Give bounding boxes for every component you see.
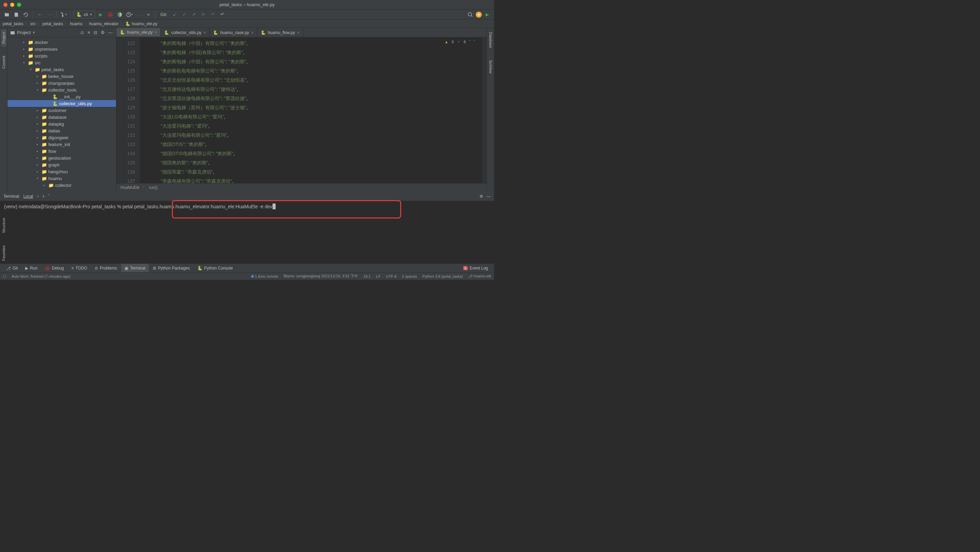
vcs-update-icon[interactable]: ↙	[171, 11, 179, 19]
git-blame-status[interactable]: Blame: songjiangjiang 2021/11/19, 3:32 下…	[284, 274, 358, 279]
tree-arrow-icon[interactable]: ▸	[43, 183, 47, 187]
event-log-button[interactable]: 5Event Log	[460, 264, 492, 272]
tree-arrow-icon[interactable]: ▸	[23, 54, 27, 57]
breadcrumb-item[interactable]: petal_tasks	[43, 21, 63, 26]
tree-item-feature_init[interactable]: ▸📁feature_init	[8, 141, 116, 148]
tree-arrow-icon[interactable]: ▾	[30, 68, 33, 71]
tool-window-button-python-packages[interactable]: ⊞Python Packages	[150, 264, 193, 272]
vcs-undo-icon[interactable]: ↶	[218, 11, 227, 19]
close-tab-icon[interactable]: ×	[204, 30, 206, 35]
run-configuration-selector[interactable]: 🐍 cli ▾	[73, 11, 95, 19]
reload-icon[interactable]	[22, 11, 30, 19]
tool-window-button-run[interactable]: ▶Run	[22, 264, 41, 272]
tree-arrow-icon[interactable]: ▸	[37, 122, 40, 126]
close-tab-icon[interactable]: ×	[251, 30, 253, 35]
tree-arrow-icon[interactable]: ▸	[37, 129, 40, 132]
tree-item-petal_tasks[interactable]: ▾📁petal_tasks	[8, 66, 116, 73]
project-tree[interactable]: ▸📁docker▸📁onpremises▸📁scripts▾📁src▾📁peta…	[8, 37, 116, 191]
nav-back-icon[interactable]: ←	[36, 11, 44, 19]
tree-item-collector_tools[interactable]: ▾📁collector_tools	[8, 86, 116, 93]
ide-settings-icon[interactable]: +	[476, 11, 482, 18]
tree-item-digongwei[interactable]: ▸📁digongwei	[8, 134, 116, 141]
tree-arrow-icon[interactable]: ▸	[37, 136, 40, 139]
debug-button[interactable]: 🐞	[106, 11, 115, 19]
line-separator[interactable]: LF	[376, 274, 380, 278]
tree-item-huamu[interactable]: ▾📁huamu	[8, 175, 116, 182]
tree-arrow-icon[interactable]: ▸	[37, 81, 40, 85]
cursor-position[interactable]: 16:1	[363, 274, 371, 278]
collapse-all-icon[interactable]: ⊟	[93, 29, 98, 36]
close-tab-icon[interactable]: ×	[297, 30, 299, 35]
editor-tab-huamu_ele-py[interactable]: 🐍huamu_ele.py×	[116, 28, 161, 37]
vcs-push-icon[interactable]: ↗	[190, 11, 198, 19]
tree-item-src[interactable]: ▾📁src	[8, 59, 116, 66]
tree-item-datapkg[interactable]: ▸📁datapkg	[8, 121, 116, 127]
tree-item-__init__-py[interactable]: 🐍__init__.py	[8, 93, 116, 100]
profile-button[interactable]: ▾	[125, 11, 134, 19]
hide-icon[interactable]: —	[108, 29, 113, 36]
database-tool-button[interactable]: Database	[488, 29, 493, 51]
tree-item-onpremises[interactable]: ▸📁onpremises	[8, 46, 116, 52]
tree-arrow-icon[interactable]: ▸	[23, 40, 27, 44]
nav-forward-icon[interactable]: →	[45, 11, 53, 19]
commit-tool-button[interactable]: Commit	[1, 53, 6, 72]
breadcrumb-item[interactable]: huamu_ele.py	[132, 21, 157, 26]
new-tab-icon[interactable]: +	[42, 194, 45, 199]
hide-icon[interactable]: —	[487, 194, 491, 199]
close-window-button[interactable]	[3, 3, 8, 7]
tree-item-scripts[interactable]: ▸📁scripts	[8, 52, 116, 59]
tree-arrow-icon[interactable]: ▸	[37, 115, 40, 119]
tree-item-collector[interactable]: ▸📁collector	[8, 182, 116, 189]
chevron-down-icon[interactable]: ˇ	[48, 194, 49, 199]
tree-arrow-icon[interactable]: ▸	[23, 47, 27, 51]
tree-item-changsanjiao[interactable]: ▸📁changsanjiao	[8, 80, 116, 86]
select-opened-file-icon[interactable]: ⊙	[80, 29, 85, 36]
python-interpreter[interactable]: Python 3.8 (petal_tasks)	[422, 274, 463, 278]
expand-all-icon[interactable]: ≡	[87, 29, 91, 36]
breadcrumb-item[interactable]: huamu_elevator	[89, 21, 118, 26]
tree-item-datlas[interactable]: ▸📁datlas	[8, 127, 116, 134]
tree-arrow-icon[interactable]: ▾	[37, 88, 40, 92]
tree-arrow-icon[interactable]: ▸	[37, 75, 40, 78]
project-tool-button[interactable]: Project	[1, 29, 6, 46]
file-encoding[interactable]: UTF-8	[386, 274, 396, 278]
editor-content[interactable]: "奥的斯电梯（中国）有限公司": "奥的斯","奥的斯电梯（中国)有限公司": …	[140, 37, 482, 183]
editor-crumb-item[interactable]: run()	[149, 185, 158, 190]
tree-item-database[interactable]: ▸📁database	[8, 114, 116, 121]
tree-item-graph[interactable]: ▸📁graph	[8, 161, 116, 168]
stop-button[interactable]: ■	[144, 11, 153, 19]
chevron-up-icon[interactable]: ˆ	[469, 40, 471, 44]
chevron-down-icon[interactable]: ▾	[33, 30, 35, 35]
close-tab-icon[interactable]: ×	[37, 194, 39, 199]
tree-arrow-icon[interactable]: ▸	[37, 150, 40, 153]
sciview-tool-button[interactable]: SciView	[488, 57, 493, 76]
tree-arrow-icon[interactable]: ▸	[37, 108, 40, 112]
minimize-window-button[interactable]	[10, 3, 14, 7]
editor-tab-huamu_flow-py[interactable]: 🐍huamu_flow.py×	[257, 28, 303, 37]
vcs-commit-icon[interactable]: ✓	[180, 11, 189, 19]
git-branch[interactable]: ⎇ huamu-ele	[468, 274, 492, 278]
tree-arrow-icon[interactable]: ▸	[37, 156, 40, 160]
editor-tab-collector_utils-py[interactable]: 🐍collector_utils.py×	[161, 28, 210, 37]
indent-status[interactable]: 2 spaces	[402, 274, 417, 278]
editor-minimap[interactable]	[482, 37, 487, 183]
open-file-icon[interactable]	[3, 11, 11, 19]
vcs-add-icon[interactable]: ▾	[59, 11, 67, 19]
tool-windows-icon[interactable]: ▢	[3, 274, 6, 278]
tool-window-button-python-console[interactable]: 🐍Python Console	[194, 264, 237, 272]
editor-tab-huamu_case-py[interactable]: 🐍huamu_case.py×	[210, 28, 257, 37]
maximize-window-button[interactable]	[17, 3, 21, 7]
tree-arrow-icon[interactable]: ▸	[37, 170, 40, 173]
tree-item-hangzhou[interactable]: ▸📁hangzhou	[8, 168, 116, 175]
remote-status[interactable]: 1 Δ/no remote	[255, 274, 278, 278]
search-everywhere-icon[interactable]	[466, 11, 474, 19]
tool-window-button-todo[interactable]: ≡TODO	[68, 264, 91, 272]
vcs-history-icon[interactable]: ⟳	[199, 11, 208, 19]
tree-arrow-icon[interactable]: ▾	[23, 61, 27, 64]
chevron-down-icon[interactable]: ˇ	[474, 40, 475, 44]
close-tab-icon[interactable]: ×	[154, 30, 157, 35]
terminal-tab-local[interactable]: Local	[24, 194, 33, 199]
run-button[interactable]: ▶	[97, 11, 105, 19]
breadcrumb-item[interactable]: huamu	[70, 21, 82, 26]
tree-item-flow[interactable]: ▸📁flow	[8, 148, 116, 154]
